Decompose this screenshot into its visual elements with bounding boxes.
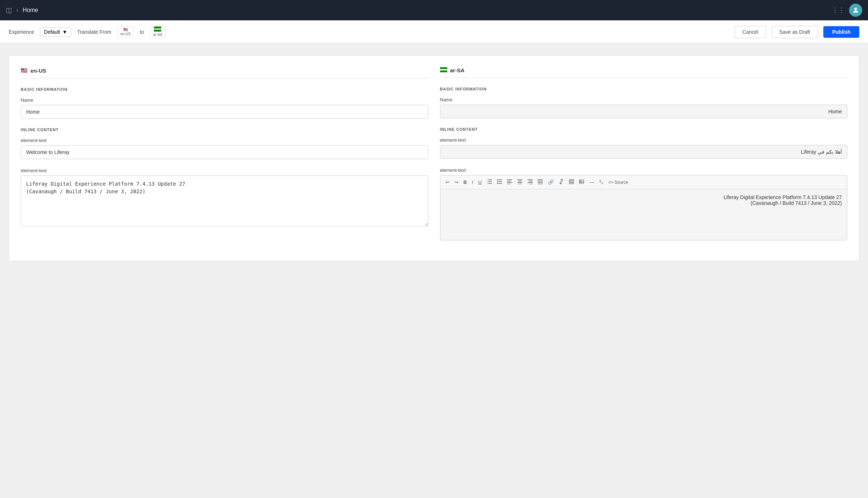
right-name-input[interactable] [440,105,848,118]
rich-toolbar: ↩ ↪ B I U 1.2.3. [440,175,847,189]
to-label: to [140,29,144,35]
svg-point-0 [855,8,857,10]
svg-rect-8 [488,183,492,184]
right-name-field-group: Name [440,97,848,118]
left-element-text-1-label: element-text [21,138,428,143]
right-element-text-1-input[interactable] [440,145,848,159]
svg-rect-19 [507,181,511,182]
nav-right: ⋮⋮ [832,4,862,17]
svg-rect-14 [498,183,502,184]
svg-rect-25 [518,184,521,184]
svg-rect-23 [518,181,522,182]
toolbar: Experience Default ▼ Translate From 🇺🇸 e… [0,20,868,44]
svg-rect-28 [527,182,533,183]
svg-rect-18 [507,179,512,180]
left-name-label: Name [21,97,428,103]
back-icon[interactable]: ‹ [16,7,18,13]
svg-line-34 [560,181,562,183]
avatar[interactable] [849,4,862,17]
target-locale-code: ar-SA [153,33,163,37]
top-navigation: ◫ ‹ Home ⋮⋮ [0,0,868,20]
target-locale-badge[interactable]: ar-SA [150,25,166,38]
svg-rect-40 [579,180,584,183]
svg-point-16 [497,181,498,182]
svg-rect-6 [488,179,492,180]
source-locale-badge[interactable]: 🇺🇸 en-US [117,27,134,37]
right-inline-content-title: INLINE CONTENT [440,127,848,131]
image-button[interactable] [577,178,586,187]
translate-from-label: Translate From [77,29,111,35]
svg-rect-29 [530,184,533,184]
cancel-button[interactable]: Cancel [735,26,766,38]
table-button[interactable] [567,178,576,187]
save-draft-button[interactable]: Save as Draft [772,26,818,38]
svg-point-41 [580,181,581,182]
right-element-text-1-label: element-text [440,137,848,143]
sidebar-toggle-icon[interactable]: ◫ [6,6,12,14]
hr-button[interactable]: — [587,178,596,186]
left-element-text-2-group: element-text Liferay Digital Experience … [21,168,428,228]
right-element-text-2-label: element-text [440,167,848,173]
underline-button[interactable]: U [476,178,484,186]
source-flag-icon: 🇺🇸 [123,28,128,32]
left-element-text-2-label: element-text [21,168,428,173]
left-name-field-group: Name [21,97,428,119]
svg-rect-26 [527,179,533,180]
grid-icon[interactable]: ⋮⋮ [832,6,845,14]
source-button[interactable]: <> Source [606,178,630,186]
source-bracket-icon: <> [608,180,613,185]
svg-rect-7 [488,181,492,182]
svg-rect-30 [538,179,543,180]
right-element-text-2-content[interactable]: Liferay Digital Experience Platform 7.4.… [440,189,847,240]
unlink-button[interactable] [557,178,566,187]
svg-rect-21 [507,184,510,184]
svg-rect-32 [538,182,543,183]
left-element-text-1-input[interactable] [21,145,428,159]
svg-rect-24 [517,182,522,183]
right-element-text-2-richtext: ↩ ↪ B I U 1.2.3. [440,175,848,240]
svg-rect-20 [507,182,512,183]
italic-button[interactable]: I [470,178,476,186]
right-col-header: ar-SA [440,67,848,78]
left-element-text-2-textarea[interactable]: Liferay Digital Experience Platform 7.4.… [21,175,428,226]
align-center-button[interactable] [515,178,525,187]
undo-button[interactable]: ↩ [443,178,452,186]
right-element-text-1-group: element-text [440,137,848,159]
svg-rect-13 [498,181,502,182]
svg-point-15 [497,179,498,181]
svg-point-17 [497,183,498,184]
bold-button[interactable]: B [461,178,469,186]
left-inline-content-title: INLINE CONTENT [21,127,428,132]
two-column-layout: 🇺🇸 en-US BASIC INFORMATION Name INLINE C… [21,67,847,249]
left-element-text-1-group: element-text [21,138,428,159]
source-locale-code: en-US [121,32,131,36]
svg-rect-27 [529,181,533,182]
main-content: 🇺🇸 en-US BASIC INFORMATION Name INLINE C… [0,44,868,273]
link-button[interactable]: 🔗 [546,178,556,186]
chevron-down-icon: ▼ [62,29,67,35]
svg-rect-31 [538,181,543,182]
svg-rect-2 [154,28,161,30]
svg-rect-12 [498,179,502,180]
unordered-list-button[interactable] [495,178,504,187]
experience-select[interactable]: Default ▼ [40,27,71,37]
left-basic-info-title: BASIC INFORMATION [21,87,428,92]
source-label: Source [614,180,628,185]
right-locale-code: ar-SA [450,67,465,73]
left-flag-icon: 🇺🇸 [21,67,28,74]
align-left-button[interactable] [505,178,514,187]
align-justify-button[interactable] [535,178,545,187]
ordered-list-button[interactable]: 1.2.3. [485,178,494,187]
clear-format-button[interactable]: Tx [597,178,605,186]
right-flag-icon [440,67,447,73]
left-locale-code: en-US [30,68,46,74]
translation-card: 🇺🇸 en-US BASIC INFORMATION Name INLINE C… [9,55,859,261]
redo-button[interactable]: ↪ [452,178,461,186]
left-name-input[interactable] [21,105,428,119]
svg-rect-22 [517,179,522,180]
align-right-button[interactable] [525,178,535,187]
publish-button[interactable]: Publish [823,26,859,38]
experience-label: Experience [9,29,34,35]
svg-rect-35 [569,179,574,184]
left-col-header: 🇺🇸 en-US [21,67,428,78]
